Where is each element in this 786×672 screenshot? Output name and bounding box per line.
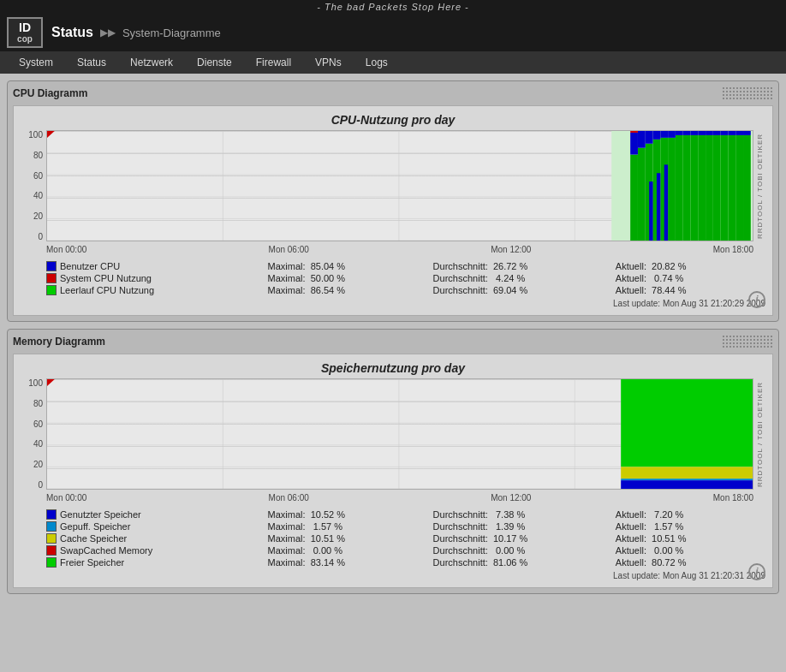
cpu-system-color: [46, 273, 57, 283]
svg-rect-28: [630, 133, 638, 155]
cpu-x-axis: Mon 00:00 Mon 06:00 Mon 12:00 Mon 18:00: [46, 245, 753, 254]
memory-chart-plot: [46, 378, 753, 490]
cpu-legend-system: System CPU Nutzung: [46, 273, 259, 283]
cpu-last-update: Last update: Mon Aug 31 21:20:29 2009: [21, 299, 765, 308]
cpu-user-color: [46, 261, 57, 271]
svg-rect-12: [630, 155, 638, 241]
svg-rect-30: [646, 131, 653, 144]
svg-rect-46: [657, 173, 660, 241]
svg-rect-47: [664, 164, 668, 241]
cpu-chart-plot: [46, 130, 753, 241]
logo: ID cop: [7, 17, 43, 48]
nav-bar: System Status Netzwerk Dienste Firewall …: [0, 51, 786, 74]
svg-rect-61: [621, 479, 753, 480]
svg-rect-20: [690, 135, 698, 241]
svg-rect-35: [683, 131, 691, 135]
header-subtitle: System-Diagramme: [122, 27, 221, 39]
svg-rect-44: [630, 131, 638, 133]
memory-chart-title: Speichernutzung pro day: [21, 361, 765, 375]
svg-rect-62: [621, 480, 753, 489]
nav-vpns[interactable]: VPNs: [303, 53, 354, 72]
mem-swap-color: [46, 545, 57, 556]
svg-rect-18: [676, 135, 683, 241]
svg-rect-26: [735, 135, 743, 241]
svg-rect-43: [743, 131, 751, 135]
panel-dots-cpu: [722, 86, 773, 100]
memory-x-axis: Mon 00:00 Mon 06:00 Mon 12:00 Mon 18:00: [46, 493, 753, 503]
svg-marker-9: [47, 131, 55, 138]
cpu-chart-title: CPU-Nutzung pro day: [21, 113, 765, 127]
panel-dots-memory: [722, 335, 773, 348]
memory-chart-svg: [47, 379, 753, 489]
svg-rect-34: [676, 131, 683, 135]
svg-rect-39: [713, 131, 721, 135]
svg-rect-19: [683, 135, 691, 241]
nav-logs[interactable]: Logs: [354, 53, 400, 72]
svg-rect-27: [743, 135, 751, 241]
memory-right-label: RRDTool / Tobi Oetiker: [753, 378, 765, 490]
cpu-chart-svg: [47, 131, 753, 241]
mem-buff-color: [46, 521, 57, 532]
svg-rect-32: [660, 131, 668, 138]
nav-status[interactable]: Status: [65, 53, 118, 72]
svg-rect-45: [649, 181, 652, 241]
svg-rect-37: [698, 131, 706, 135]
memory-last-update: Last update: Mon Aug 31 21:20:31 2009: [21, 571, 765, 580]
svg-rect-38: [706, 131, 713, 135]
memory-panel-title: Memory Diagramm: [13, 336, 105, 348]
cpu-legend: Benutzer CPU Maximal: 85.04 % Durchschni…: [46, 261, 765, 295]
svg-rect-25: [728, 135, 735, 241]
cpu-idle-color: [46, 285, 57, 295]
cpu-right-label: RRDTool / Tobi Oetiker: [753, 130, 765, 241]
memory-diagram-panel: Memory Diagramm Speichernutzung pro day …: [7, 329, 779, 594]
header-bar: ID cop Status ▶▶ System-Diagramme: [0, 14, 786, 51]
svg-rect-36: [690, 131, 698, 135]
svg-rect-17: [668, 138, 676, 241]
nav-netzwerk[interactable]: Netzwerk: [118, 53, 185, 72]
svg-rect-29: [638, 131, 646, 148]
svg-rect-22: [706, 135, 713, 241]
svg-rect-42: [735, 131, 743, 135]
svg-rect-24: [721, 135, 729, 241]
cpu-diagram-panel: CPU Diagramm CPU-Nutzung pro day 100 80 …: [7, 80, 779, 322]
nav-system[interactable]: System: [7, 53, 65, 72]
memory-info-icon[interactable]: i: [748, 563, 765, 580]
svg-rect-40: [721, 131, 729, 135]
svg-rect-33: [668, 131, 676, 138]
memory-y-axis: 100 80 60 40 20 0: [21, 378, 46, 490]
svg-marker-57: [47, 379, 55, 386]
cpu-info-icon[interactable]: i: [748, 291, 765, 308]
mem-used-color: [46, 509, 57, 520]
memory-legend: Genutzter Speicher Maximal: 10.52 % Durc…: [46, 509, 765, 568]
cpu-panel-title: CPU Diagramm: [13, 87, 87, 99]
svg-rect-23: [713, 135, 721, 241]
cpu-legend-idle: Leerlauf CPU Nutzung: [46, 285, 259, 295]
svg-rect-41: [728, 131, 735, 135]
nav-dienste[interactable]: Dienste: [185, 53, 244, 72]
cpu-y-axis: 100 80 60 40 20 0: [21, 130, 46, 241]
svg-rect-31: [653, 131, 661, 140]
mem-cache-color: [46, 533, 57, 544]
header-title: Status: [51, 25, 93, 40]
nav-firewall[interactable]: Firewall: [244, 53, 303, 72]
svg-rect-13: [638, 148, 646, 241]
svg-rect-59: [621, 379, 753, 467]
svg-rect-21: [698, 135, 706, 241]
header-arrow: ▶▶: [100, 27, 116, 39]
mem-free-color: [46, 557, 57, 568]
top-banner: - The bad Packets Stop Here -: [0, 0, 786, 14]
svg-rect-60: [621, 467, 753, 479]
cpu-legend-user: Benutzer CPU: [46, 261, 259, 271]
